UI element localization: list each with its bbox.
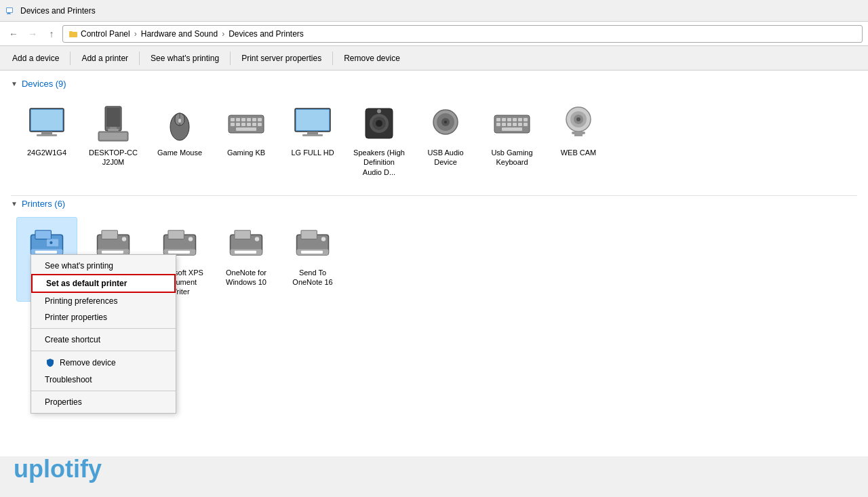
title-bar: Devices and Printers: [0, 0, 868, 22]
shield-icon: [45, 357, 56, 368]
svg-rect-32: [258, 123, 262, 126]
device-label-mouse: Game Mouse: [157, 148, 202, 157]
device-icon-monitor2: [291, 102, 334, 145]
device-label-desktop: DESKTOP-CC J2J0M: [87, 148, 139, 167]
svg-rect-31: [252, 123, 256, 126]
ctx-properties-label: Properties: [45, 397, 82, 407]
ctx-remove-device-label: Remove device: [60, 358, 116, 367]
svg-rect-22: [236, 118, 240, 121]
svg-rect-11: [106, 108, 120, 127]
svg-rect-13: [108, 129, 119, 131]
svg-rect-50: [507, 118, 511, 121]
device-item-webcam[interactable]: WEB CAM: [548, 97, 609, 182]
printer-label-onenote10: OneNote for Windows 10: [220, 268, 272, 287]
svg-rect-15: [100, 133, 127, 140]
device-item-monitor1[interactable]: 24G2W1G4: [16, 97, 77, 182]
device-label-keyboard1: Gaming KB: [227, 148, 265, 157]
printer-item-onenote16[interactable]: Send To OneNote 16: [282, 217, 343, 302]
svg-rect-36: [307, 132, 318, 134]
device-item-speakers[interactable]: Speakers (High Definition Audio D...: [349, 97, 410, 182]
svg-rect-57: [513, 123, 517, 126]
device-item-usb-audio[interactable]: USB Audio Device: [415, 97, 476, 182]
device-item-desktop[interactable]: DESKTOP-CC J2J0M: [83, 97, 144, 182]
svg-rect-70: [35, 251, 57, 254]
svg-rect-5: [69, 31, 73, 33]
device-item-monitor2[interactable]: LG FULL HD: [282, 97, 343, 182]
ctx-printing-prefs-label: Printing preferences: [45, 296, 117, 306]
svg-point-72: [50, 241, 52, 244]
watermark-suffix: tify: [65, 455, 102, 483]
svg-point-77: [122, 237, 126, 241]
speaker-svg: [359, 103, 399, 144]
device-label-monitor1: 24G2W1G4: [27, 148, 66, 157]
svg-rect-91: [301, 251, 323, 254]
devices-collapse-button[interactable]: ▼: [11, 80, 18, 87]
ctx-troubleshoot-label: Troubleshoot: [45, 375, 92, 384]
svg-rect-8: [41, 132, 52, 134]
watermark: uplotify: [14, 455, 102, 483]
toolbar-sep-3: [230, 52, 231, 65]
title-bar-text: Devices and Printers: [20, 6, 96, 16]
section-divider: [11, 195, 857, 196]
ctx-sep-2: [31, 351, 176, 351]
forward-button[interactable]: →: [24, 26, 41, 42]
toolbar: Add a device Add a printer See what's pr…: [0, 46, 868, 71]
back-button[interactable]: ←: [5, 26, 22, 42]
svg-rect-26: [258, 118, 262, 121]
device-item-keyboard2[interactable]: Usb Gaming Keyboard: [481, 97, 542, 182]
keyboard2-svg: [492, 103, 532, 144]
svg-point-87: [255, 237, 259, 241]
ctx-printing-prefs[interactable]: Printing preferences: [31, 293, 176, 309]
device-icon-keyboard1: [224, 102, 268, 145]
device-label-speakers: Speakers (High Definition Audio D...: [353, 148, 405, 177]
ctx-remove-device[interactable]: Remove device: [31, 354, 176, 372]
ctx-see-printing[interactable]: See what's printing: [31, 258, 176, 274]
printer-item-onenote10[interactable]: OneNote for Windows 10: [216, 217, 277, 302]
svg-point-19: [178, 119, 181, 123]
device-item-mouse[interactable]: Game Mouse: [149, 97, 210, 182]
svg-rect-21: [231, 118, 235, 121]
svg-rect-12: [110, 127, 117, 129]
svg-rect-52: [518, 118, 522, 121]
ctx-troubleshoot[interactable]: Troubleshoot: [31, 372, 176, 388]
svg-rect-79: [168, 231, 184, 239]
see-whats-printing-button[interactable]: See what's printing: [144, 49, 226, 68]
remove-device-button[interactable]: Remove device: [337, 49, 407, 68]
svg-rect-2: [7, 13, 10, 14]
device-label-webcam: WEB CAM: [561, 148, 597, 157]
device-icon-mouse: [158, 102, 201, 145]
printers-collapse-button[interactable]: ▼: [11, 200, 18, 207]
device-icon-usb-audio: [424, 102, 467, 145]
toolbar-sep-1: [70, 52, 71, 65]
toolbar-sep-2: [139, 52, 140, 65]
window-icon: [5, 5, 16, 16]
ctx-printer-props[interactable]: Printer properties: [31, 309, 176, 325]
device-icon-keyboard2: [490, 102, 534, 145]
svg-rect-28: [236, 123, 240, 126]
device-label-monitor2: LG FULL HD: [291, 148, 334, 157]
ctx-see-printing-label: See what's printing: [45, 261, 113, 271]
svg-rect-53: [524, 118, 528, 121]
ctx-create-shortcut[interactable]: Create shortcut: [31, 332, 176, 348]
up-button[interactable]: ↑: [43, 26, 60, 42]
printer-icon-onenote16: [291, 222, 334, 265]
svg-rect-76: [102, 251, 123, 254]
ctx-set-default[interactable]: Set as default printer: [31, 274, 176, 293]
svg-rect-60: [502, 127, 522, 131]
svg-rect-81: [168, 251, 190, 254]
printer-on10-svg: [224, 222, 268, 265]
add-device-button[interactable]: Add a device: [5, 49, 66, 68]
svg-rect-74: [102, 231, 117, 239]
add-printer-button[interactable]: Add a printer: [75, 49, 135, 68]
device-item-keyboard1[interactable]: Gaming KB: [216, 97, 277, 182]
svg-rect-29: [241, 123, 245, 126]
ctx-properties[interactable]: Properties: [31, 394, 176, 410]
device-icon-desktop: [92, 102, 135, 145]
folder-icon: [68, 29, 78, 39]
svg-rect-55: [502, 123, 506, 126]
svg-rect-58: [518, 123, 522, 126]
device-label-keyboard2: Usb Gaming Keyboard: [486, 148, 538, 167]
print-server-properties-button[interactable]: Print server properties: [235, 49, 328, 68]
printers-section-title: Printers (6): [22, 199, 65, 209]
ctx-printer-props-label: Printer properties: [45, 313, 107, 322]
